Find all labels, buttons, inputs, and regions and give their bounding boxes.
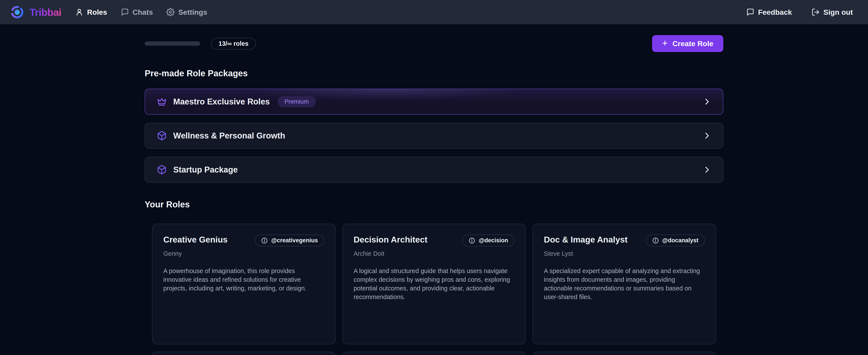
nav-item-chats[interactable]: Chats	[121, 8, 153, 17]
nav-links: Roles Chats Settings	[75, 8, 207, 17]
crown-icon	[157, 97, 167, 107]
create-role-label: Create Role	[673, 39, 713, 48]
your-roles-section: Creative Genius @creativegenius Genny A …	[145, 224, 723, 355]
package-icon	[157, 165, 167, 175]
package-row-startup[interactable]: Startup Package	[145, 157, 723, 183]
role-card-decision-architect[interactable]: Decision Architect @decision Archie Doit…	[342, 224, 526, 345]
brand-logo-icon	[10, 5, 24, 19]
package-icon	[157, 131, 167, 141]
package-name: Startup Package	[173, 165, 238, 175]
roles-progress-bar	[145, 41, 200, 46]
nav-item-label: Roles	[87, 8, 107, 17]
role-card-creative-genius[interactable]: Creative Genius @creativegenius Genny A …	[152, 224, 336, 345]
logout-icon	[811, 8, 820, 16]
chevron-right-icon	[703, 166, 711, 174]
nav-item-label: Chats	[132, 8, 153, 17]
info-icon	[652, 237, 659, 244]
info-icon	[261, 237, 268, 244]
package-list: Maestro Exclusive Roles Premium Wellness…	[145, 89, 723, 183]
role-subtitle: Archie Doit	[354, 250, 515, 257]
role-card-partial[interactable]	[532, 352, 716, 355]
role-handle: @decision	[478, 237, 508, 244]
role-card-partial[interactable]	[342, 352, 526, 355]
nav-item-settings[interactable]: Settings	[166, 8, 207, 17]
your-roles-title: Your Roles	[145, 200, 723, 209]
chat-bubble-icon	[746, 8, 754, 16]
gear-icon	[166, 8, 175, 16]
roles-grid: Creative Genius @creativegenius Genny A …	[152, 224, 716, 355]
package-row-wellness[interactable]: Wellness & Personal Growth	[145, 123, 723, 149]
premium-badge: Premium	[278, 96, 316, 107]
role-description: A specialized expert capable of analyzin…	[544, 267, 705, 301]
chevron-right-icon	[703, 131, 711, 140]
role-card-partial[interactable]	[152, 352, 336, 355]
sign-out-label: Sign out	[824, 8, 853, 17]
role-title: Creative Genius	[163, 235, 227, 244]
brand-name: Tribbai	[29, 6, 61, 18]
main-content: 13/∞ roles + Create Role Pre-made Role P…	[145, 35, 723, 355]
chevron-right-icon	[703, 97, 711, 106]
info-icon	[468, 237, 475, 244]
navbar: Tribbai Roles Chats Settings	[0, 0, 868, 24]
user-icon	[75, 8, 83, 16]
package-name: Wellness & Personal Growth	[173, 131, 285, 141]
role-description: A logical and structured guide that help…	[354, 267, 515, 301]
chat-bubble-icon	[121, 8, 129, 16]
plus-icon: +	[662, 38, 668, 48]
nav-right: Feedback Sign out	[746, 8, 853, 17]
brand-logo[interactable]: Tribbai	[10, 5, 61, 19]
create-role-button[interactable]: + Create Role	[652, 35, 723, 52]
feedback-button[interactable]: Feedback	[746, 8, 792, 17]
role-handle-badge[interactable]: @docanalyst	[646, 235, 705, 246]
role-title: Doc & Image Analyst	[544, 235, 628, 244]
premade-packages-title: Pre-made Role Packages	[145, 68, 723, 78]
nav-item-roles[interactable]: Roles	[75, 8, 107, 17]
role-description: A powerhouse of imagination, this role p…	[163, 267, 324, 293]
package-row-maestro[interactable]: Maestro Exclusive Roles Premium	[145, 89, 723, 115]
role-subtitle: Steve Lyst	[544, 250, 705, 257]
sign-out-button[interactable]: Sign out	[811, 8, 853, 17]
role-handle-badge[interactable]: @creativegenius	[255, 235, 324, 246]
role-handle: @docanalyst	[662, 237, 699, 244]
role-handle: @creativegenius	[271, 237, 318, 244]
package-name: Maestro Exclusive Roles	[173, 97, 270, 107]
role-title: Decision Architect	[354, 235, 428, 244]
roles-toolbar: 13/∞ roles + Create Role	[145, 35, 723, 52]
role-subtitle: Genny	[163, 250, 324, 257]
feedback-label: Feedback	[758, 8, 792, 17]
nav-item-label: Settings	[178, 8, 207, 17]
role-card-doc-image-analyst[interactable]: Doc & Image Analyst @docanalyst Steve Ly…	[532, 224, 716, 345]
roles-count-badge: 13/∞ roles	[211, 38, 256, 50]
role-handle-badge[interactable]: @decision	[462, 235, 514, 246]
